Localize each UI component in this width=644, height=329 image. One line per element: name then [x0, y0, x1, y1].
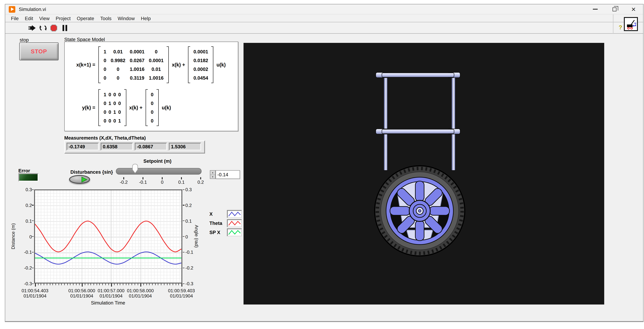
matrix-cell: 0.3119 [130, 75, 144, 81]
matrix-cell: 0.0001 [194, 49, 208, 54]
y-tick-label: 0.3 [19, 187, 32, 192]
y-tick-mark [32, 189, 34, 190]
close-icon: ✕ [631, 7, 636, 12]
pendulum-rod-left [384, 73, 388, 171]
x-minor-tick [50, 283, 50, 285]
screen: Simulation.vi ✕ FileEditViewProjectOpera… [0, 0, 644, 329]
y-tick-mark [32, 205, 34, 205]
x-minor-tick [73, 283, 74, 285]
x-date-label: 01/01/1904 [18, 293, 52, 298]
y-tick-label: -0.2 [185, 265, 198, 270]
legend-label: SP X [210, 230, 227, 235]
matrix-cell: 0.0002 [194, 67, 208, 72]
x-minor-tick [100, 283, 100, 285]
x-minor-tick [56, 283, 56, 285]
menu-item-view[interactable]: View [36, 15, 52, 22]
measurement-value-field: 0.6358 [100, 143, 133, 151]
matrix-cell: 0 [114, 118, 116, 123]
eq1-rhs: u(k) [216, 62, 226, 67]
run-continuously-button[interactable] [39, 24, 47, 31]
restore-icon [612, 7, 616, 11]
matrix-cell: 0 [151, 109, 154, 115]
disturbances-toggle-button[interactable] [69, 175, 90, 184]
y-tick-label: 0.1 [19, 218, 32, 223]
menu-item-edit[interactable]: Edit [22, 15, 36, 22]
setpoint-numeric-field[interactable]: -0.14 [216, 170, 240, 179]
labview-front-panel-window: Simulation.vi ✕ FileEditViewProjectOpera… [5, 4, 644, 322]
matrix-cell: 1 [108, 101, 111, 106]
setpoint-slider[interactable]: -0.2-0.100.10.2 [116, 163, 203, 184]
matrix-cell: 0 [151, 92, 154, 97]
y-tick-mark [32, 268, 34, 268]
run-button[interactable] [28, 24, 36, 31]
y-tick-label: 0.2 [19, 202, 32, 208]
vi-icon-button[interactable]: u [624, 17, 638, 31]
restore-button[interactable] [605, 4, 624, 14]
measurement-fields: -0.17490.6358-0.08671.5306 [64, 140, 205, 154]
legend-sample-box[interactable] [227, 228, 242, 236]
x-minor-tick [38, 283, 38, 285]
menu-item-project[interactable]: Project [52, 15, 74, 22]
matrix-cell: 0 [104, 67, 106, 72]
x-major-tick [140, 283, 141, 286]
eq2-rhs: u(k) [162, 105, 171, 110]
x-minor-tick [117, 283, 118, 285]
matrix-cell: 0.0001 [149, 58, 164, 63]
x-minor-tick [176, 283, 176, 285]
x-minor-tick [58, 283, 59, 285]
stop-button[interactable]: STOP [19, 43, 58, 60]
matrix-cell: 1.0016 [149, 75, 164, 81]
x-minor-tick [44, 283, 44, 285]
error-label: Error [18, 168, 30, 173]
matrix-cell: 0.01 [114, 49, 123, 54]
legend-sample-box[interactable] [227, 219, 242, 227]
run-arrow-icon [28, 25, 36, 31]
pause-button[interactable] [61, 24, 69, 31]
x-minor-tick [105, 283, 106, 285]
slider-tick [143, 177, 143, 179]
slider-tick [162, 177, 162, 179]
matrix-cell: 1.0016 [130, 67, 144, 72]
x-minor-tick [152, 283, 152, 285]
slider-tick-label: 0.2 [194, 179, 207, 185]
minimize-icon [593, 9, 598, 10]
close-button[interactable]: ✕ [624, 4, 643, 14]
matrix-cell: 0 [104, 75, 106, 81]
x-minor-tick [96, 283, 97, 285]
matrix-cell: 0 [118, 92, 121, 97]
matrix-cell: 0 [104, 101, 106, 106]
slider-track[interactable] [116, 168, 202, 175]
context-help-icon[interactable]: ? [619, 24, 622, 31]
abort-button[interactable] [50, 24, 58, 31]
slider-thumb[interactable] [132, 164, 138, 174]
x-minor-tick [158, 283, 158, 285]
3d-picture-control[interactable] [244, 43, 604, 304]
state-space-model-label: State Space Model [64, 37, 105, 42]
matrix-cell: 1 [118, 118, 121, 123]
x-major-tick [82, 283, 82, 286]
x-minor-tick [129, 283, 129, 285]
y-tick-label: -0.1 [185, 249, 198, 255]
increment-button[interactable]: ▲ [210, 171, 215, 175]
menu-item-operate[interactable]: Operate [74, 15, 97, 22]
window-title: Simulation.vi [19, 7, 46, 12]
x-minor-tick [47, 283, 47, 285]
matrix-cell: 0 [104, 109, 106, 115]
menu-item-file[interactable]: File [8, 15, 22, 22]
legend-sample-box[interactable] [227, 210, 242, 218]
setpoint-spinner: ▲ ▼ [210, 170, 216, 179]
minimize-button[interactable] [586, 4, 605, 14]
menu-item-window[interactable]: Window [114, 15, 138, 22]
matrix-cell: 0 [114, 101, 116, 106]
decrement-button[interactable]: ▼ [210, 175, 215, 179]
legend-row-x: X [210, 210, 242, 218]
x-time-label: 01:00:59.403 [164, 288, 199, 293]
waveform-chart-plot [34, 189, 182, 283]
state-space-model-box: x(k+1) = 10.010.0001000.99820.02670.0001… [64, 42, 238, 131]
menu-item-help[interactable]: Help [138, 15, 154, 22]
y-tick-mark [183, 205, 184, 205]
matrix-cell: 0 [104, 58, 106, 63]
menu-bar: FileEditViewProjectOperateToolsWindowHel… [5, 15, 643, 22]
y-tick-label: 0.1 [185, 218, 198, 223]
menu-item-tools[interactable]: Tools [97, 15, 114, 22]
